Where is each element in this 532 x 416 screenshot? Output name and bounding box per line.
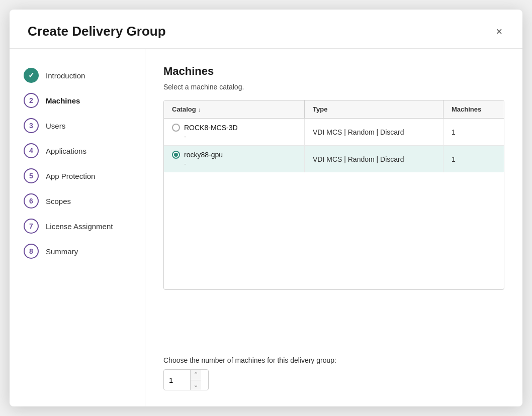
- step-6-number: 6: [29, 197, 33, 205]
- cell-type-1: VDI MCS | Random | Discard: [305, 119, 444, 145]
- modal-title: Create Delivery Group: [28, 24, 166, 39]
- stepper-down-button[interactable]: ⌄: [191, 380, 201, 390]
- cell-type-2: VDI MCS | Random | Discard: [305, 146, 444, 172]
- machine-count-stepper: ⌃ ⌄: [163, 369, 209, 390]
- sidebar-item-users[interactable]: 3 Users: [10, 113, 145, 138]
- sidebar-item-introduction[interactable]: ✓ Introduction: [10, 63, 145, 88]
- cell-catalog-2: rocky88-gpu -: [164, 146, 305, 172]
- sidebar-label-machines: Machines: [46, 96, 80, 105]
- radio-btn-1[interactable]: [172, 124, 180, 132]
- create-delivery-group-modal: Create Delivery Group × ✓ Introduction 2…: [10, 10, 522, 406]
- catalog-name-text-1: ROCK8-MCS-3D: [184, 124, 238, 132]
- col-header-type: Type: [305, 100, 444, 118]
- sidebar-item-machines[interactable]: 2 Machines: [10, 88, 145, 113]
- col-header-machines: Machines: [444, 100, 504, 118]
- cell-machines-2: 1: [444, 146, 504, 172]
- machines-count-1: 1: [452, 128, 456, 136]
- type-text-1: VDI MCS | Random | Discard: [313, 128, 404, 136]
- step-4-number: 4: [29, 147, 33, 155]
- main-content: Machines Select a machine catalog. Catal…: [145, 49, 522, 406]
- table-header: Catalog ↓ Type Machines: [164, 100, 504, 119]
- close-button[interactable]: ×: [494, 24, 504, 39]
- sort-arrow-icon: ↓: [198, 107, 201, 113]
- step-8-number: 8: [29, 247, 33, 255]
- table-row[interactable]: rocky88-gpu - VDI MCS | Random | Discard…: [164, 146, 504, 172]
- machine-count-label: Choose the number of machines for this d…: [163, 356, 504, 364]
- sidebar: ✓ Introduction 2 Machines 3 Users: [10, 49, 145, 406]
- sidebar-item-applications[interactable]: 4 Applications: [10, 138, 145, 163]
- step-4-circle: 4: [24, 143, 39, 158]
- step-1-circle: ✓: [24, 68, 39, 83]
- sidebar-item-app-protection[interactable]: 5 App Protection: [10, 163, 145, 188]
- sidebar-label-applications: Applications: [46, 147, 86, 155]
- catalog-name-text-2: rocky88-gpu: [184, 151, 223, 159]
- catalog-name-cell-2: rocky88-gpu -: [172, 151, 223, 167]
- catalog-name-2: rocky88-gpu: [172, 151, 223, 159]
- col-header-catalog-label: Catalog: [172, 106, 196, 113]
- step-2-circle: 2: [24, 93, 39, 108]
- col-header-machines-label: Machines: [452, 106, 481, 113]
- section-title: Machines: [163, 65, 504, 78]
- type-text-2: VDI MCS | Random | Discard: [313, 155, 404, 163]
- catalog-table: Catalog ↓ Type Machines: [163, 100, 504, 290]
- stepper-buttons: ⌃ ⌄: [190, 370, 201, 390]
- catalog-sub-1: -: [172, 133, 238, 140]
- cell-machines-1: 1: [444, 119, 504, 145]
- catalog-name-1: ROCK8-MCS-3D: [172, 124, 238, 132]
- machines-count-2: 1: [452, 155, 456, 163]
- step-8-circle: 8: [24, 244, 39, 259]
- col-header-catalog: Catalog ↓: [164, 100, 305, 118]
- table-body: ROCK8-MCS-3D - VDI MCS | Random | Discar…: [164, 119, 504, 289]
- sidebar-item-license-assignment[interactable]: 7 License Assignment: [10, 214, 145, 239]
- machine-count-section: Choose the number of machines for this d…: [163, 352, 504, 390]
- sidebar-label-app-protection: App Protection: [46, 172, 95, 180]
- sidebar-item-summary[interactable]: 8 Summary: [10, 239, 145, 264]
- step-7-circle: 7: [24, 219, 39, 234]
- radio-btn-2[interactable]: [172, 151, 180, 159]
- step-7-number: 7: [29, 222, 33, 230]
- machine-count-input[interactable]: [164, 373, 190, 387]
- sidebar-label-license-assignment: License Assignment: [46, 222, 113, 231]
- step-3-number: 3: [29, 122, 33, 130]
- sidebar-label-scopes: Scopes: [46, 197, 71, 205]
- step-6-circle: 6: [24, 193, 39, 209]
- stepper-up-button[interactable]: ⌃: [191, 370, 201, 380]
- sidebar-label-summary: Summary: [46, 247, 78, 256]
- sidebar-label-introduction: Introduction: [46, 71, 85, 80]
- step-5-circle: 5: [24, 168, 39, 183]
- step-5-number: 5: [29, 172, 33, 180]
- table-row[interactable]: ROCK8-MCS-3D - VDI MCS | Random | Discar…: [164, 119, 504, 146]
- step-3-circle: 3: [24, 118, 39, 133]
- section-subtitle: Select a machine catalog.: [163, 83, 504, 91]
- check-icon: ✓: [28, 71, 35, 80]
- catalog-name-cell-1: ROCK8-MCS-3D -: [172, 124, 238, 140]
- col-header-type-label: Type: [313, 106, 327, 113]
- modal-body: ✓ Introduction 2 Machines 3 Users: [10, 49, 522, 406]
- cell-catalog-1: ROCK8-MCS-3D -: [164, 119, 305, 145]
- modal-header: Create Delivery Group ×: [10, 10, 522, 49]
- catalog-sub-2: -: [172, 160, 223, 167]
- step-2-number: 2: [29, 96, 33, 105]
- sidebar-item-scopes[interactable]: 6 Scopes: [10, 188, 145, 214]
- sidebar-label-users: Users: [46, 122, 65, 130]
